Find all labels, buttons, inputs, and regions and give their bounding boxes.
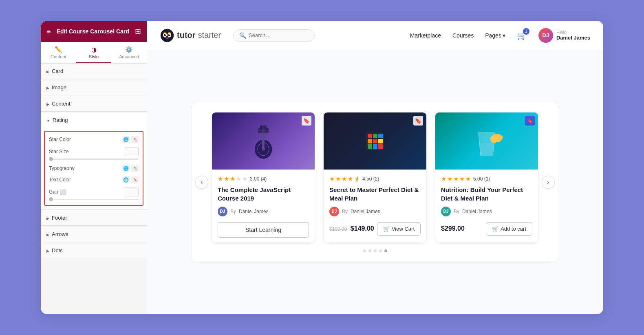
star-2-1: ★ [329, 175, 335, 183]
bookmark-btn-2[interactable]: 🔖 [413, 116, 423, 126]
search-box[interactable]: 🔍 [233, 29, 315, 42]
star-3-1: ★ [441, 175, 446, 183]
course-3-rating-text: 5.00 (1) [473, 176, 490, 182]
svg-rect-23 [368, 144, 372, 149]
section-dots-header[interactable]: Dots [41, 243, 147, 258]
bookmark-btn-1[interactable]: 🔖 [302, 116, 311, 126]
section-rating-arrow [46, 118, 50, 123]
course-card-2-body: ★ ★ ★ ★ ⯨ 4.50 (2) Secret to Master Perf… [324, 170, 426, 240]
panel-header: ≡ Edit Course Carousel Card ⊞ [41, 21, 147, 42]
nav-links: Marketplace Courses Pages ▾ 🛒 1 DJ Hello… [410, 28, 590, 43]
dot-3[interactable] [374, 249, 377, 252]
section-arrows-label: Arrows [52, 231, 68, 237]
svg-point-0 [161, 29, 174, 42]
dot-5[interactable] [384, 249, 387, 252]
section-card-header[interactable]: Card [41, 64, 147, 79]
svg-point-4 [168, 34, 170, 36]
add-cart-icon: 🛒 [492, 226, 498, 232]
star-color-label: Star Color [49, 137, 71, 142]
star-color-edit-icon[interactable]: ✎ [131, 136, 139, 143]
svg-rect-18 [373, 134, 377, 138]
section-arrows-header[interactable]: Arrows [41, 227, 147, 242]
tab-content[interactable]: ✏️ Content [41, 42, 76, 63]
course-2-current-price: $149.00 [351, 225, 374, 232]
course-card-1-image: 🔖 [212, 112, 315, 170]
star-size-input[interactable] [124, 147, 139, 156]
grid-icon[interactable]: ⊞ [135, 27, 141, 36]
course-2-author-name: Daniel James [351, 209, 380, 214]
section-content-header[interactable]: Content [41, 96, 147, 111]
star-1-2: ★ [224, 175, 229, 183]
user-info[interactable]: DJ Hello Daniel James [538, 28, 590, 43]
nav-courses[interactable]: Courses [452, 32, 474, 39]
tab-advanced[interactable]: ⚙️ Advanced [111, 42, 147, 63]
user-avatar: DJ [538, 28, 553, 43]
course-2-stars: ★ ★ ★ ★ ⯨ 4.50 (2) [329, 175, 421, 183]
star-3-2: ★ [447, 175, 452, 183]
course-3-author-row: DJ By Daniel James [441, 207, 532, 216]
section-footer-header[interactable]: Footer [41, 210, 147, 225]
carousel-prev-button[interactable]: ‹ [195, 176, 208, 189]
gap-input[interactable] [124, 187, 139, 196]
view-cart-button[interactable]: 🛒 View Cart [377, 222, 421, 236]
carousel-prev-icon: ‹ [201, 179, 203, 186]
course-1-author-name: Daniel James [239, 209, 269, 214]
star-3-5: ★ [465, 175, 471, 183]
star-1-1: ★ [218, 175, 223, 183]
guitar-svg [247, 121, 280, 161]
add-to-cart-button[interactable]: 🛒 Add to cart [486, 222, 532, 236]
course-card-3-image: 🔖 [435, 112, 538, 170]
start-learning-button[interactable]: Start Learning [218, 222, 309, 238]
section-image: Image [41, 80, 147, 95]
nav-marketplace[interactable]: Marketplace [410, 32, 441, 39]
course-card-2-image: 🔖 [324, 112, 426, 170]
add-to-cart-label: Add to cart [501, 226, 526, 232]
typography-edit-icon[interactable]: ✎ [131, 165, 139, 172]
dot-1[interactable] [363, 249, 366, 252]
text-color-edit-icon[interactable]: ✎ [131, 176, 139, 183]
hamburger-icon[interactable]: ≡ [46, 27, 51, 36]
guitar-image [212, 112, 315, 170]
typography-label: Typography [49, 165, 75, 171]
search-input[interactable] [249, 32, 298, 38]
course-1-rating-text: 3.00 (4) [250, 176, 267, 182]
star-size-slider-track[interactable] [49, 159, 139, 160]
section-image-header[interactable]: Image [41, 80, 147, 95]
svg-rect-17 [368, 134, 372, 138]
tab-content-label: Content [51, 54, 66, 59]
star-color-globe-icon[interactable]: 🌐 [122, 136, 130, 143]
section-image-arrow [46, 85, 49, 90]
logo-owl-icon [160, 28, 174, 43]
gap-slider-track[interactable] [49, 199, 139, 200]
svg-rect-24 [373, 144, 377, 149]
dot-4[interactable] [379, 249, 382, 252]
section-content-arrow [46, 101, 49, 106]
course-3-author-name: Daniel James [462, 209, 492, 214]
nav-pages[interactable]: Pages ▾ [485, 32, 505, 39]
course-2-price-action: $199.00 $149.00 🛒 View Cart [329, 222, 421, 236]
section-footer-arrow [46, 216, 49, 220]
section-rating-header[interactable]: Rating [41, 112, 147, 128]
course-card-2: 🔖 ★ ★ ★ ★ ⯨ 4.50 (2) Secret to Ma [323, 112, 427, 243]
search-icon: 🔍 [239, 32, 246, 39]
star-2-5: ⯨ [354, 176, 360, 183]
course-1-author-avatar: DJ [218, 207, 227, 216]
text-color-globe-icon[interactable]: 🌐 [122, 176, 130, 183]
user-text: Hello Daniel James [556, 30, 590, 41]
dot-2[interactable] [368, 249, 371, 252]
carousel-next-button[interactable]: › [542, 176, 555, 189]
style-tab-icon: ◑ [91, 46, 97, 53]
gap-row: Gap ⬜ [49, 187, 139, 201]
section-dots-arrow [46, 248, 49, 253]
svg-rect-21 [373, 139, 377, 143]
cart-icon-wrap[interactable]: 🛒 1 [517, 31, 527, 40]
course-2-original-price: $199.00 [329, 226, 347, 232]
course-2-author-avatar: DJ [329, 207, 339, 216]
tab-style[interactable]: ◑ Style [76, 42, 112, 63]
gap-slider-thumb [49, 197, 53, 201]
typography-globe-icon[interactable]: 🌐 [122, 165, 130, 172]
section-dots: Dots [41, 243, 147, 258]
carousel-wrapper: ‹ › [192, 102, 558, 262]
section-rating: Rating Star Color 🌐 ✎ Star Size [41, 112, 147, 209]
bookmark-btn-3[interactable]: 🔖 [525, 116, 535, 126]
